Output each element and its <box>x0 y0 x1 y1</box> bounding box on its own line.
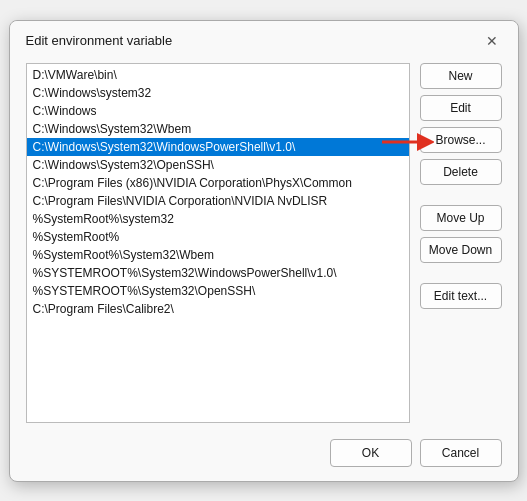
env-var-list[interactable]: D:\VMWare\bin\C:\Windows\system32C:\Wind… <box>26 63 410 423</box>
ok-button[interactable]: OK <box>330 439 412 467</box>
list-item[interactable]: C:\Windows\system32 <box>27 84 409 102</box>
dialog-footer: OK Cancel <box>10 435 518 481</box>
move-up-button[interactable]: Move Up <box>420 205 502 231</box>
list-item[interactable]: C:\Program Files\NVIDIA Corporation\NVID… <box>27 192 409 210</box>
list-item[interactable]: %SystemRoot%\System32\Wbem <box>27 246 409 264</box>
list-item[interactable]: D:\VMWare\bin\ <box>27 66 409 84</box>
action-buttons: New Edit Browse... Delete Move Up Move D… <box>420 63 502 423</box>
dialog-title: Edit environment variable <box>26 33 173 48</box>
list-item[interactable]: C:\Windows <box>27 102 409 120</box>
spacer2 <box>420 269 502 277</box>
list-item[interactable]: %SYSTEMROOT%\System32\OpenSSH\ <box>27 282 409 300</box>
cancel-button[interactable]: Cancel <box>420 439 502 467</box>
list-item[interactable]: C:\Windows\System32\OpenSSH\ <box>27 156 409 174</box>
close-button[interactable]: ✕ <box>482 31 502 51</box>
list-item[interactable]: C:\Windows\System32\Wbem <box>27 120 409 138</box>
list-item[interactable]: %SystemRoot%\system32 <box>27 210 409 228</box>
browse-button[interactable]: Browse... <box>420 127 502 153</box>
dialog: Edit environment variable ✕ D:\VMWare\bi… <box>9 20 519 482</box>
delete-button[interactable]: Delete <box>420 159 502 185</box>
list-item[interactable]: C:\Program Files\Calibre2\ <box>27 300 409 318</box>
list-item[interactable]: %SystemRoot% <box>27 228 409 246</box>
new-button[interactable]: New <box>420 63 502 89</box>
title-bar: Edit environment variable ✕ <box>10 21 518 59</box>
edit-text-button[interactable]: Edit text... <box>420 283 502 309</box>
list-item[interactable]: C:\Windows\System32\WindowsPowerShell\v1… <box>27 138 409 156</box>
spacer1 <box>420 191 502 199</box>
list-item[interactable]: C:\Program Files (x86)\NVIDIA Corporatio… <box>27 174 409 192</box>
dialog-body: D:\VMWare\bin\C:\Windows\system32C:\Wind… <box>10 59 518 435</box>
move-down-button[interactable]: Move Down <box>420 237 502 263</box>
list-item[interactable]: %SYSTEMROOT%\System32\WindowsPowerShell\… <box>27 264 409 282</box>
edit-button[interactable]: Edit <box>420 95 502 121</box>
